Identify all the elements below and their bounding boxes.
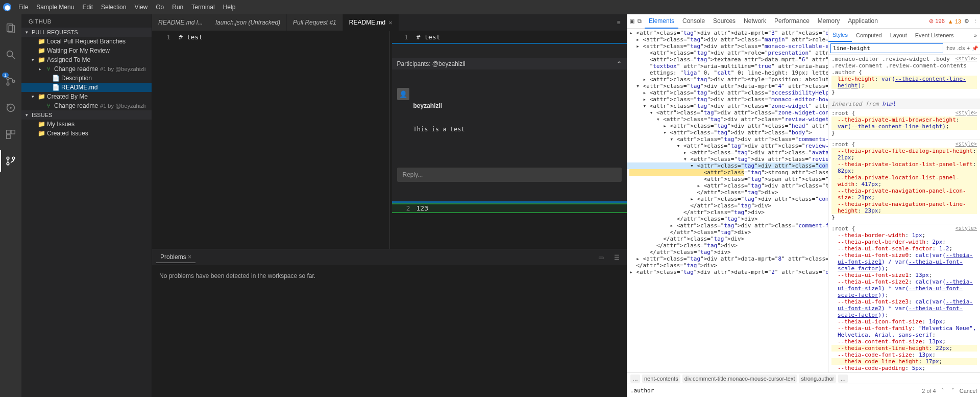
styles-tab-event-listeners[interactable]: Event Listeners (911, 29, 958, 41)
sidebar-item-local-pull-request-branches[interactable]: ▸📁Local Pull Request Branches (21, 37, 152, 46)
menu-sample-menu[interactable]: Sample Menu (32, 2, 78, 13)
element-node[interactable]: <attr">class="tag">div attr">role="prese… (627, 50, 828, 56)
element-node[interactable]: ▾ <attr">class="tag">div attr">class="zo… (627, 103, 828, 109)
devtools-tab-console[interactable]: Console (678, 14, 709, 29)
element-node[interactable]: ▸ <attr">class="tag">div attr">class="he… (627, 123, 828, 129)
devtools-tab-performance[interactable]: Performance (770, 14, 814, 29)
hov-toggle[interactable]: :hov (945, 45, 955, 51)
element-node[interactable]: ▾ <attr">class="tag">div attr">class="re… (627, 116, 828, 123)
style-rule[interactable]: <style>.monaco-editor .review-widget .bo… (828, 55, 980, 99)
crumb[interactable]: strong.author (799, 375, 836, 383)
activity-github[interactable] (0, 150, 21, 172)
activity-explorer[interactable] (0, 17, 21, 39)
tab-overflow-icon[interactable]: ≡ (610, 14, 627, 31)
tab-problems[interactable]: Problems × (156, 251, 195, 263)
css-declaration[interactable]: --theia-private-mini-browser-height: var… (831, 116, 977, 130)
element-node[interactable]: ▸ <attr">class="tag">div attr">class="ma… (627, 36, 828, 43)
element-node[interactable]: ▸ <attr">class="tag">div attr">class="av… (627, 149, 828, 156)
css-declaration[interactable]: line-height: var(--theia-content-line-he… (831, 76, 977, 89)
error-count[interactable]: ⊘ 196 (929, 18, 944, 25)
menu-edit[interactable]: Edit (78, 2, 97, 13)
css-declaration[interactable]: --theia-private-file-dialog-input-height… (831, 148, 977, 161)
sidebar-item-description[interactable]: ▸📄Description (21, 74, 152, 83)
rule-selector[interactable]: <style>.monaco-editor .review-widget .bo… (831, 56, 977, 76)
crumb[interactable]: nent-contents (642, 375, 680, 383)
find-input[interactable] (630, 387, 919, 394)
sidebar-item-created-by-me[interactable]: ▾📁Created By Me (21, 92, 152, 101)
sidebar-item-waiting-for-my-review[interactable]: ▸📁Waiting For My Review (21, 46, 152, 55)
element-node[interactable]: "textbox" attr">aria-multiline="true" at… (627, 63, 828, 69)
element-node[interactable]: </attr">class="tag">div> (627, 209, 828, 216)
styles-tab-computed[interactable]: Computed (852, 29, 886, 41)
element-node[interactable]: ▸ <attr">class="tag">div attr">class="co… (627, 222, 828, 229)
add-rule-icon[interactable]: + (967, 45, 970, 51)
crumb[interactable]: div.comment-title.monaco-mouse-cursor-te… (682, 375, 797, 383)
css-declaration[interactable]: --theia-private-navigation-panel-line-he… (831, 201, 977, 214)
reply-input[interactable]: Reply... (397, 168, 622, 182)
element-node[interactable]: ▸ <attr">class="tag">div attr">class="co… (627, 196, 828, 202)
panel-maximize-icon[interactable]: ▭ (595, 254, 607, 261)
more-icon[interactable]: ⋮ (972, 18, 978, 25)
menu-view[interactable]: View (130, 2, 152, 13)
settings-icon[interactable]: ⚙ (964, 18, 969, 25)
sidebar-item-change-readme[interactable]: ▸⑂Change readme #1 by @beyzahizli (21, 101, 152, 110)
sidebar-item-readme.md[interactable]: ▸📄README.md (21, 83, 152, 92)
device-icon[interactable]: ⧉ (638, 18, 642, 25)
style-rule[interactable]: <style>:root {--theia-private-mini-brows… (828, 109, 980, 140)
editor-left[interactable]: 1 # test (152, 31, 389, 249)
styles-tab-layout[interactable]: Layout (886, 29, 911, 41)
element-node[interactable]: </attr">class="tag">div> (627, 242, 828, 249)
css-declaration[interactable]: --theia-ui-font-family: "Helvetica Neue"… (831, 325, 977, 338)
menu-file[interactable]: File (14, 2, 32, 13)
element-node[interactable]: </attr">class="tag">div> (627, 229, 828, 236)
styles-tab-styles[interactable]: Styles (828, 29, 852, 42)
devtools-tab-memory[interactable]: Memory (814, 14, 844, 29)
activity-debug[interactable] (0, 97, 21, 119)
elements-tree[interactable]: ▸ <attr">class="tag">div attr">data-mprt… (627, 29, 828, 372)
css-declaration[interactable]: --theia-ui-font-size2: calc(var(--theia-… (831, 278, 977, 298)
css-declaration[interactable]: --theia-border-width: 1px; (831, 232, 977, 239)
sidebar-item-created-issues[interactable]: ▸📁Created Issues (21, 129, 152, 138)
element-node[interactable]: ettings: "liga" 0, "calt" 0; line-height… (627, 69, 828, 76)
element-node[interactable]: </attr">class="tag">div> (627, 202, 828, 209)
element-node[interactable]: ▸ <attr">class="tag">div attr">class="mo… (627, 43, 828, 50)
element-node[interactable]: </attr">class="tag">div> (627, 216, 828, 222)
menu-help[interactable]: Help (219, 2, 240, 13)
style-rule[interactable]: <style>:root {--theia-border-width: 1px;… (828, 224, 980, 372)
element-node[interactable]: ▸ <attr">class="tag">div attr">class="mo… (627, 96, 828, 103)
css-declaration[interactable]: --theia-private-location-list-panel-widt… (831, 174, 977, 188)
element-node[interactable]: </attr">class="tag">div> (627, 236, 828, 242)
css-declaration[interactable]: --theia-ui-font-size3: calc(var(--theia-… (831, 298, 977, 318)
menu-selection[interactable]: Selection (97, 2, 130, 13)
element-node[interactable]: ▸ <attr">class="tag">div attr">data-mprt… (627, 269, 828, 275)
css-declaration[interactable]: --theia-code-line-height: 17px; (831, 358, 977, 365)
section-issues[interactable]: ▾ISSUES (21, 110, 152, 120)
find-cancel-button[interactable]: Cancel (960, 388, 977, 394)
crumb[interactable]: … (630, 375, 640, 383)
tab-readme-md-l-[interactable]: README.md l... (152, 14, 209, 31)
css-declaration[interactable]: --theia-content-font-size: 13px; (831, 338, 977, 345)
sidebar-item-my-issues[interactable]: ▸📁My Issues (21, 120, 152, 129)
tab-readme-md[interactable]: README.md× (343, 14, 399, 31)
element-node[interactable]: </attr">class="tag">div> (627, 262, 828, 269)
warning-count[interactable]: ▲ 13 (948, 18, 961, 25)
css-declaration[interactable]: --theia-ui-font-size1: 13px; (831, 272, 977, 278)
find-prev-icon[interactable]: ˄ (939, 387, 946, 394)
element-node[interactable]: </attr">class="tag">div> (627, 189, 828, 196)
css-declaration[interactable]: --theia-code-font-size: 13px; (831, 352, 977, 358)
inspect-icon[interactable]: ▣ (629, 18, 634, 25)
css-declaration[interactable]: --theia-ui-icon-font-size: 14px; (831, 318, 977, 325)
close-icon[interactable]: × (388, 19, 393, 27)
section-pull-requests[interactable]: ▾PULL REQUESTS (21, 28, 152, 37)
tab-launch-json-untracked-[interactable]: launch.json (Untracked) (209, 14, 287, 31)
styles-rules[interactable]: <style>.monaco-editor .review-widget .bo… (828, 55, 980, 372)
element-node[interactable]: <attr">class="tag">textarea attr">data-m… (627, 56, 828, 63)
close-icon[interactable]: × (188, 253, 191, 261)
menu-go[interactable]: Go (152, 2, 168, 13)
styles-filter-input[interactable] (830, 43, 943, 53)
element-node[interactable]: </attr">class="tag">div> (627, 249, 828, 255)
element-node[interactable]: <attr">class="tag">span attr">class="isP… (627, 176, 828, 182)
cls-toggle[interactable]: .cls (957, 45, 965, 51)
element-node[interactable]: ▸ <attr">class="tag">div attr">data-mprt… (627, 30, 828, 36)
css-declaration[interactable]: --theia-ui-font-size0: calc(var(--theia-… (831, 252, 977, 272)
